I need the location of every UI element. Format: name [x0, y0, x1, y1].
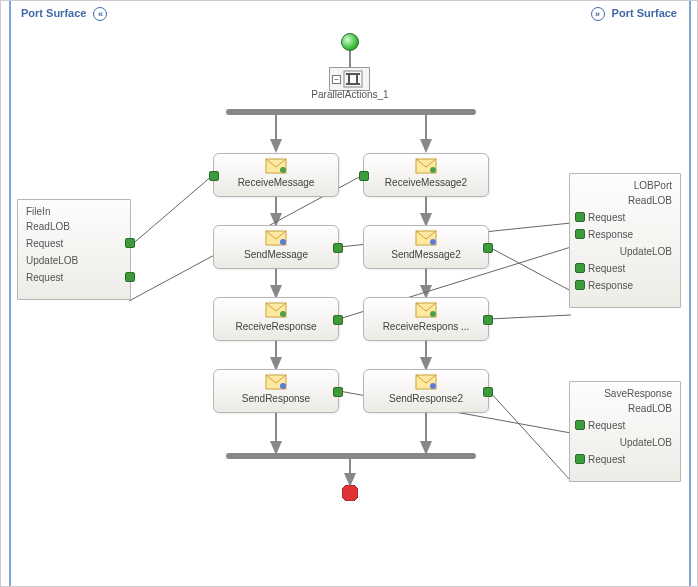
orchestration-designer-canvas[interactable]: Port Surface « » Port Surface − Parallel…	[0, 0, 698, 587]
port-title: FileIn	[26, 206, 122, 217]
operation-name[interactable]: UpdateLOB	[578, 437, 672, 448]
message-part[interactable]: Request	[588, 420, 672, 431]
receive-message2-shape[interactable]: ReceiveMessage2	[363, 153, 489, 197]
send-message2-shape[interactable]: SendMessage2	[363, 225, 489, 269]
svg-point-38	[430, 311, 436, 317]
port-connector[interactable]	[359, 171, 369, 181]
port-connector[interactable]	[333, 315, 343, 325]
message-part[interactable]: Request	[588, 263, 672, 274]
shape-label: SendMessage	[214, 249, 338, 260]
operation-name[interactable]: ReadLOB	[578, 195, 672, 206]
message-label: Request	[588, 212, 625, 223]
message-label: Request	[588, 420, 625, 431]
shape-label: SendMessage2	[364, 249, 488, 260]
send-response-shape[interactable]: SendResponse	[213, 369, 339, 413]
svg-point-36	[430, 239, 436, 245]
shape-label: SendResponse	[214, 393, 338, 404]
port-title: SaveResponse	[578, 388, 672, 399]
envelope-send-icon	[364, 230, 488, 248]
message-part[interactable]: Request	[588, 454, 672, 465]
send-message-shape[interactable]: SendMessage	[213, 225, 339, 269]
port-title: LOBPort	[578, 180, 672, 191]
port-connector[interactable]	[575, 280, 585, 290]
port-connector[interactable]	[209, 171, 219, 181]
message-label: Request	[26, 272, 63, 283]
port-surface-label: Port Surface	[21, 7, 86, 19]
operation-name[interactable]: ReadLOB	[26, 221, 122, 232]
svg-point-26	[280, 167, 286, 173]
parallel-icon	[343, 70, 363, 88]
chevron-left-icon[interactable]: «	[93, 7, 107, 21]
shape-label: ReceiveMessage	[214, 177, 338, 188]
port-connector[interactable]	[575, 263, 585, 273]
svg-line-22	[489, 315, 571, 319]
message-part[interactable]: Request	[26, 272, 122, 283]
port-surface-right-header: » Port Surface	[587, 7, 677, 21]
envelope-receive-icon	[214, 302, 338, 320]
operation-name[interactable]: ReadLOB	[578, 403, 672, 414]
message-part[interactable]: Request	[26, 238, 122, 249]
shape-label: ReceiveRespons ...	[364, 321, 488, 332]
port-connector[interactable]	[575, 229, 585, 239]
message-label: Response	[588, 280, 633, 291]
svg-marker-41	[342, 485, 358, 501]
shape-label: SendResponse2	[364, 393, 488, 404]
svg-line-24	[489, 391, 571, 481]
end-shape[interactable]	[342, 485, 358, 501]
port-connector[interactable]	[483, 387, 493, 397]
chevron-right-icon[interactable]: »	[591, 7, 605, 21]
parallel-actions-label: ParallelActions_1	[290, 89, 410, 100]
shape-label: ReceiveResponse	[214, 321, 338, 332]
message-part[interactable]: Response	[588, 229, 672, 240]
port-filein[interactable]: FileIn ReadLOB Request UpdateLOB Request	[17, 199, 131, 300]
message-label: Response	[588, 229, 633, 240]
svg-point-34	[430, 167, 436, 173]
operation-name[interactable]: UpdateLOB	[578, 246, 672, 257]
port-connector[interactable]	[333, 243, 343, 253]
port-connector[interactable]	[575, 420, 585, 430]
gutter-left	[9, 1, 11, 586]
parallel-actions-shape[interactable]: −	[329, 67, 370, 91]
shape-label: ReceiveMessage2	[364, 177, 488, 188]
envelope-send-icon	[364, 374, 488, 392]
svg-point-32	[280, 383, 286, 389]
port-connector[interactable]	[125, 238, 135, 248]
envelope-send-icon	[214, 374, 338, 392]
port-lobport[interactable]: LOBPort ReadLOB Request Response UpdateL…	[569, 173, 681, 308]
envelope-receive-icon	[364, 302, 488, 320]
svg-point-40	[430, 383, 436, 389]
port-saveresponse[interactable]: SaveResponse ReadLOB Request UpdateLOB R…	[569, 381, 681, 482]
envelope-receive-icon	[364, 158, 488, 176]
collapse-icon[interactable]: −	[332, 75, 341, 84]
start-shape[interactable]	[341, 33, 359, 51]
operation-name[interactable]: UpdateLOB	[26, 255, 122, 266]
svg-line-20	[489, 247, 571, 291]
svg-line-17	[129, 175, 213, 247]
message-part[interactable]: Request	[588, 212, 672, 223]
receive-message-shape[interactable]: ReceiveMessage	[213, 153, 339, 197]
envelope-send-icon	[214, 230, 338, 248]
gutter-right	[689, 1, 691, 586]
port-connector[interactable]	[575, 454, 585, 464]
message-part[interactable]: Response	[588, 280, 672, 291]
svg-point-30	[280, 311, 286, 317]
parallel-bar-top	[226, 109, 476, 115]
parallel-bar-bottom	[226, 453, 476, 459]
port-connector[interactable]	[483, 243, 493, 253]
receive-response-shape[interactable]: ReceiveResponse	[213, 297, 339, 341]
port-connector[interactable]	[333, 387, 343, 397]
message-label: Request	[588, 454, 625, 465]
message-label: Request	[588, 263, 625, 274]
receive-response2-shape[interactable]: ReceiveRespons ...	[363, 297, 489, 341]
port-connector[interactable]	[125, 272, 135, 282]
port-connector[interactable]	[483, 315, 493, 325]
envelope-receive-icon	[214, 158, 338, 176]
message-label: Request	[26, 238, 63, 249]
svg-point-28	[280, 239, 286, 245]
port-surface-left-header: Port Surface «	[21, 7, 111, 21]
send-response2-shape[interactable]: SendResponse2	[363, 369, 489, 413]
port-surface-label: Port Surface	[612, 7, 677, 19]
port-connector[interactable]	[575, 212, 585, 222]
